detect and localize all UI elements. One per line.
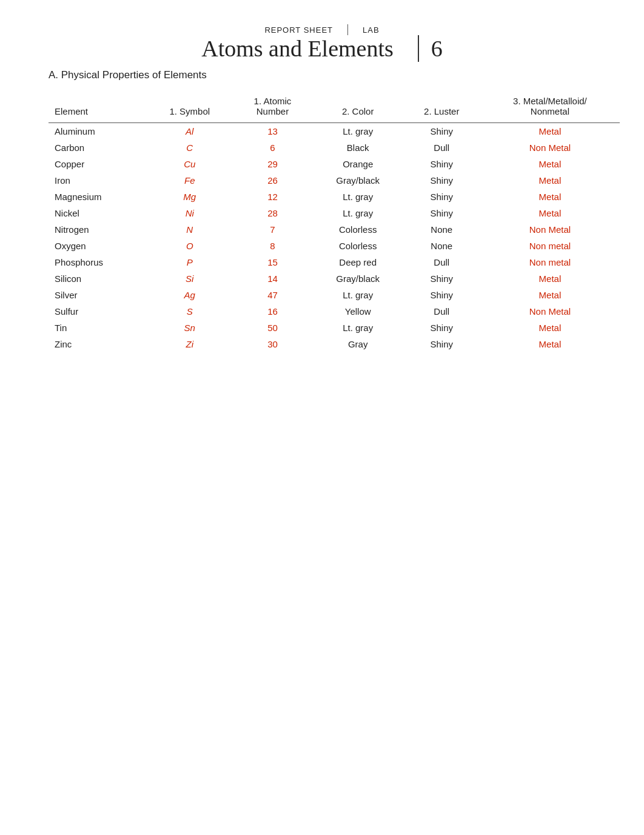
cell-atomic-number: 13 [232, 123, 313, 139]
cell-luster: Shiny [403, 287, 480, 303]
cell-color: Black [313, 139, 403, 156]
cell-atomic-number: 50 [232, 320, 313, 336]
cell-atomic-number: 16 [232, 303, 313, 320]
table-row: CopperCu29OrangeShinyMetal [49, 156, 620, 172]
cell-luster: Dull [403, 254, 480, 270]
cell-symbol: S [147, 303, 232, 320]
cell-color: Lt. gray [313, 189, 403, 205]
cell-element: Nitrogen [49, 221, 147, 238]
cell-metal: Non Metal [480, 221, 620, 238]
cell-atomic-number: 30 [232, 336, 313, 352]
table-row: MagnesiumMg12Lt. grayShinyMetal [49, 189, 620, 205]
col-header-symbol: 1. Symbol [147, 93, 232, 123]
cell-metal: Metal [480, 270, 620, 287]
col-header-element: Element [49, 93, 147, 123]
cell-symbol: Ni [147, 205, 232, 221]
cell-symbol: P [147, 254, 232, 270]
cell-luster: Dull [403, 303, 480, 320]
cell-metal: Metal [480, 156, 620, 172]
cell-metal: Metal [480, 172, 620, 189]
cell-element: Oxygen [49, 238, 147, 254]
cell-metal: Non Metal [480, 139, 620, 156]
cell-metal: Metal [480, 336, 620, 352]
cell-element: Aluminum [49, 123, 147, 139]
cell-luster: Shiny [403, 336, 480, 352]
cell-symbol: Mg [147, 189, 232, 205]
cell-luster: Shiny [403, 320, 480, 336]
cell-atomic-number: 26 [232, 172, 313, 189]
cell-color: Gray/black [313, 270, 403, 287]
cell-metal: Metal [480, 320, 620, 336]
cell-color: Lt. gray [313, 123, 403, 139]
cell-luster: Shiny [403, 172, 480, 189]
col-header-atomic: 1. AtomicNumber [232, 93, 313, 123]
main-title: Atoms and Elements [201, 35, 394, 62]
cell-symbol: Si [147, 270, 232, 287]
cell-symbol: Al [147, 123, 232, 139]
cell-metal: Non metal [480, 254, 620, 270]
cell-element: Zinc [49, 336, 147, 352]
cell-symbol: Sn [147, 320, 232, 336]
cell-symbol: Ag [147, 287, 232, 303]
cell-luster: Shiny [403, 270, 480, 287]
col-header-color: 2. Color [313, 93, 403, 123]
cell-metal: Non metal [480, 238, 620, 254]
cell-metal: Metal [480, 189, 620, 205]
cell-luster: Shiny [403, 189, 480, 205]
elements-table: Element 1. Symbol 1. AtomicNumber 2. Col… [49, 93, 620, 352]
cell-color: Lt. gray [313, 320, 403, 336]
cell-luster: None [403, 221, 480, 238]
table-row: AluminumAl13Lt. grayShinyMetal [49, 123, 620, 139]
cell-atomic-number: 28 [232, 205, 313, 221]
cell-color: Orange [313, 156, 403, 172]
cell-atomic-number: 29 [232, 156, 313, 172]
cell-element: Tin [49, 320, 147, 336]
cell-symbol: N [147, 221, 232, 238]
cell-metal: Non Metal [480, 303, 620, 320]
cell-element: Magnesium [49, 189, 147, 205]
cell-color: Lt. gray [313, 205, 403, 221]
table-row: SiliconSi14Gray/blackShinyMetal [49, 270, 620, 287]
cell-metal: Metal [480, 123, 620, 139]
cell-atomic-number: 6 [232, 139, 313, 156]
table-row: ZincZi30GrayShinyMetal [49, 336, 620, 352]
table-row: SulfurS16YellowDullNon Metal [49, 303, 620, 320]
cell-color: Colorless [313, 221, 403, 238]
report-sheet-label: REPORT SHEET [264, 25, 333, 35]
cell-symbol: C [147, 139, 232, 156]
cell-color: Colorless [313, 238, 403, 254]
cell-element: Iron [49, 172, 147, 189]
table-row: PhosphorusP15Deep redDullNon metal [49, 254, 620, 270]
table-row: NickelNi28Lt. grayShinyMetal [49, 205, 620, 221]
table-row: TinSn50Lt. grayShinyMetal [49, 320, 620, 336]
cell-element: Silicon [49, 270, 147, 287]
table-row: IronFe26Gray/blackShinyMetal [49, 172, 620, 189]
cell-symbol: Zi [147, 336, 232, 352]
col-header-luster: 2. Luster [403, 93, 480, 123]
cell-symbol: O [147, 238, 232, 254]
lab-label: LAB [363, 25, 380, 35]
cell-atomic-number: 7 [232, 221, 313, 238]
cell-luster: Shiny [403, 123, 480, 139]
cell-color: Gray/black [313, 172, 403, 189]
cell-element: Phosphorus [49, 254, 147, 270]
cell-color: Yellow [313, 303, 403, 320]
cell-atomic-number: 47 [232, 287, 313, 303]
table-row: SilverAg47Lt. grayShinyMetal [49, 287, 620, 303]
cell-element: Sulfur [49, 303, 147, 320]
cell-element: Nickel [49, 205, 147, 221]
cell-symbol: Fe [147, 172, 232, 189]
cell-atomic-number: 12 [232, 189, 313, 205]
lab-number: 6 [418, 35, 443, 62]
cell-color: Deep red [313, 254, 403, 270]
cell-color: Lt. gray [313, 287, 403, 303]
cell-luster: Shiny [403, 205, 480, 221]
table-row: CarbonC6BlackDullNon Metal [49, 139, 620, 156]
cell-atomic-number: 14 [232, 270, 313, 287]
cell-atomic-number: 8 [232, 238, 313, 254]
cell-color: Gray [313, 336, 403, 352]
cell-element: Silver [49, 287, 147, 303]
table-row: NitrogenN7ColorlessNoneNon Metal [49, 221, 620, 238]
col-header-metal: 3. Metal/Metalloid/Nonmetal [480, 93, 620, 123]
cell-luster: Shiny [403, 156, 480, 172]
